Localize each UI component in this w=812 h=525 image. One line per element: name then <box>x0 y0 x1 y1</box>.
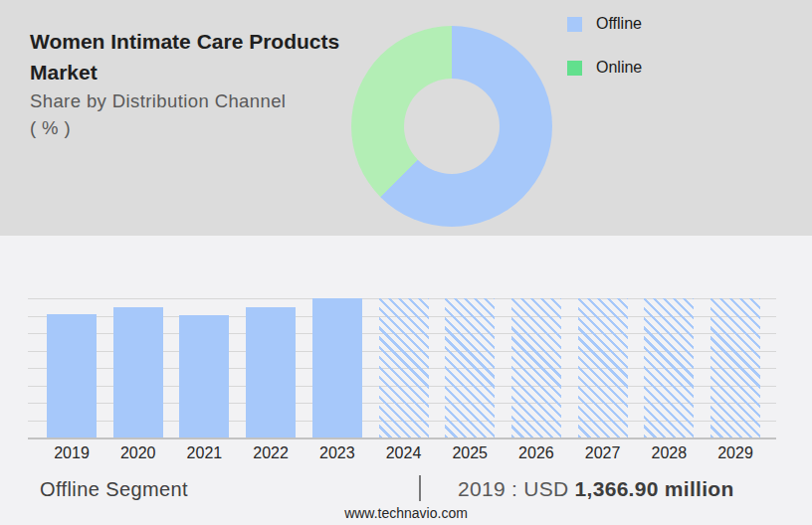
chart-legend: Offline Online <box>567 16 642 103</box>
x-label-2025: 2025 <box>445 444 495 462</box>
x-label-2026: 2026 <box>511 444 561 462</box>
x-axis-line <box>28 438 776 439</box>
offline-swatch-icon <box>567 17 582 32</box>
subtitle-line-2: ( % ) <box>30 114 286 141</box>
bar-2026 <box>511 298 561 438</box>
stat-text: 2019 : USD1,366.90 million <box>458 477 734 501</box>
x-label-2029: 2029 <box>710 444 760 462</box>
separator-bar <box>419 475 421 501</box>
bar-2023 <box>312 298 362 438</box>
page-subtitle: Share by Distribution Channel ( % ) <box>30 88 286 141</box>
x-label-2027: 2027 <box>578 444 628 462</box>
x-label-2019: 2019 <box>47 444 97 462</box>
bar-2024 <box>379 298 429 438</box>
website-text: www.technavio.com <box>0 505 812 521</box>
x-label-2023: 2023 <box>312 444 362 462</box>
legend-label-offline: Offline <box>596 15 642 33</box>
x-label-2024: 2024 <box>379 444 429 462</box>
subtitle-line-1: Share by Distribution Channel <box>30 88 286 114</box>
bar-2027 <box>578 298 628 438</box>
title-line-1: Women Intimate Care Products <box>30 26 339 57</box>
x-label-2022: 2022 <box>246 444 296 462</box>
segment-label: Offline Segment <box>40 478 188 501</box>
page-title: Women Intimate Care Products Market <box>30 26 339 88</box>
header-panel: Women Intimate Care Products Market Shar… <box>0 0 812 236</box>
bar-2020 <box>113 307 163 438</box>
legend-item-online: Online <box>567 60 642 76</box>
online-swatch-icon <box>567 61 582 76</box>
x-label-2020: 2020 <box>113 444 163 462</box>
bar-2022 <box>246 307 296 438</box>
stat-value: 1,366.90 million <box>575 477 734 500</box>
bar-2029 <box>710 298 760 438</box>
title-line-2: Market <box>30 57 339 88</box>
bar-2019 <box>47 314 97 438</box>
bar-2025 <box>445 298 495 438</box>
bar-2021 <box>179 315 229 438</box>
donut-chart <box>351 26 552 227</box>
legend-item-offline: Offline <box>567 16 642 32</box>
stat-prefix: 2019 : USD <box>458 477 569 500</box>
legend-label-online: Online <box>596 59 642 77</box>
x-label-2028: 2028 <box>644 444 694 462</box>
bar-chart: 2019202020212022202320242025202620272028… <box>28 298 776 438</box>
bar-2028 <box>644 298 694 438</box>
x-label-2021: 2021 <box>179 444 229 462</box>
